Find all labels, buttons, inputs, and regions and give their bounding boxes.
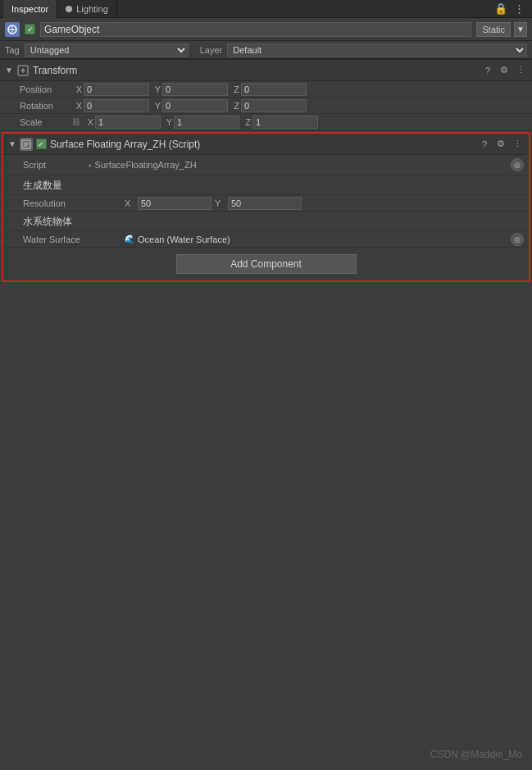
transform-settings-icon[interactable]: ⚙ [498,64,511,77]
inspector-tab-label: Inspector [11,4,48,14]
script-expand-arrow[interactable]: ▼ [8,139,16,148]
resolution-x-label: X [125,198,134,208]
gameobject-active-checkbox[interactable]: ✓ [25,24,35,34]
lighting-tab-label: Lighting [76,4,108,14]
transform-header: ▼ Transform ? ⚙ ⋮ [0,60,532,81]
scale-x-label: X [84,117,93,127]
add-component-row: Add Component [3,248,529,280]
tag-label: Tag [5,45,20,55]
add-component-button[interactable]: Add Component [176,254,357,274]
tab-bar-left: Inspector Lighting [3,0,117,18]
scale-label: Scale [20,117,69,127]
script-component-icon [20,138,33,151]
scale-link-icon: ⛓ [72,117,80,126]
static-button[interactable]: Static [476,22,511,37]
scale-xyz-group: ⛓ X Y Z [72,116,527,129]
rotation-xyz-group: X Y Z [72,99,527,112]
resolution-x-input[interactable] [138,197,211,210]
lock-icon[interactable]: 🔒 [494,2,507,16]
transform-actions: ? ⚙ ⋮ [481,64,527,77]
group1-label: 生成数量 [23,180,62,191]
script-help-icon[interactable]: ? [478,138,491,151]
rotation-y-input[interactable] [162,99,228,112]
position-y-input[interactable] [162,83,228,96]
resolution-y-label: Y [215,198,225,208]
position-z-input[interactable] [241,83,307,96]
tab-bar: Inspector Lighting 🔒 ⋮ [0,0,532,18]
lighting-tab-dot [66,6,72,12]
position-x-label: X [72,84,82,94]
scale-z-label: Z [241,117,251,127]
watermark: CSDN @Maddie_Mo [430,749,522,760]
script-name: SurfaceFloatingArray_ZH [95,160,197,170]
rotation-y-label: Y [151,101,161,111]
tab-inspector[interactable]: Inspector [3,0,57,18]
rotation-label: Rotation [20,101,69,111]
script-active-checkbox[interactable]: ✓ [36,139,47,149]
script-field-row: Script ▪ SurfaceFloatingArray_ZH ◎ [3,155,529,175]
position-y-label: Y [151,84,161,94]
water-surface-icon: 🌊 [125,235,134,244]
transform-help-icon[interactable]: ? [481,64,494,77]
gameobject-icon [5,22,20,37]
static-dropdown-arrow[interactable]: ▼ [514,22,527,37]
position-xyz-group: X Y Z [72,83,527,96]
tab-bar-right: 🔒 ⋮ [494,2,529,16]
resolution-xy-group: X Y [125,197,524,210]
rotation-x-input[interactable] [84,99,149,112]
scale-x-input[interactable] [95,116,161,129]
script-component-section: ▼ ✓ Surface Floating Array_ZH (Script) ?… [2,132,530,282]
rotation-z-input[interactable] [241,99,307,112]
scale-y-label: Y [162,117,172,127]
scale-y-input[interactable] [174,116,239,129]
transform-icon [16,64,30,77]
water-select-button[interactable]: ◎ [511,233,524,246]
more-options-icon[interactable]: ⋮ [512,2,525,16]
script-component-title: Surface Floating Array_ZH (Script) [50,139,475,150]
group2-label-row: 水系统物体 [3,212,529,231]
script-field-label: Script [23,160,89,170]
transform-menu-icon[interactable]: ⋮ [514,64,527,77]
script-select-button[interactable]: ◎ [511,158,524,171]
script-component-header: ▼ ✓ Surface Floating Array_ZH (Script) ?… [3,134,529,155]
tag-layer-row: Tag Untagged Layer Default [0,41,532,59]
script-value: ▪ SurfaceFloatingArray_ZH [89,160,511,170]
water-surface-label: Water Surface [23,235,121,244]
group1-label-row: 生成数量 [3,175,529,195]
gameobject-header: ✓ Static ▼ [0,18,532,41]
water-surface-value: 🌊 Ocean (Water Surface) [125,235,507,244]
script-file-icon: ▪ [89,161,92,170]
scale-z-input[interactable] [252,116,318,129]
gameobject-name-input[interactable] [40,22,471,37]
rotation-x-label: X [72,101,82,111]
script-menu-icon[interactable]: ⋮ [511,138,524,151]
position-z-label: Z [230,84,239,94]
rotation-z-label: Z [230,101,239,111]
transform-section: ▼ Transform ? ⚙ ⋮ Position X Y Z Rotatio [0,59,532,130]
group2-label: 水系统物体 [23,216,72,227]
layer-label: Layer [200,45,223,55]
go-header-left: ✓ [5,22,471,37]
rotation-row: Rotation X Y Z [0,98,532,114]
position-label: Position [20,84,69,94]
script-component-actions: ? ⚙ ⋮ [478,138,524,151]
scale-row: Scale ⛓ X Y Z [0,114,532,130]
position-x-input[interactable] [84,83,149,96]
go-header-right: Static ▼ [476,22,527,37]
layer-select[interactable]: Default [227,43,527,57]
water-surface-name: Ocean (Water Surface) [138,235,230,244]
script-settings-icon[interactable]: ⚙ [494,138,507,151]
transform-title: Transform [33,65,478,76]
transform-expand-arrow[interactable]: ▼ [5,66,13,75]
resolution-label: Resolution [23,198,121,208]
tab-lighting[interactable]: Lighting [57,0,117,18]
position-row: Position X Y Z [0,81,532,98]
resolution-y-input[interactable] [228,197,302,210]
resolution-row: Resolution X Y [3,195,529,212]
tag-select[interactable]: Untagged [25,43,189,57]
water-surface-row: Water Surface 🌊 Ocean (Water Surface) ◎ [3,231,529,248]
